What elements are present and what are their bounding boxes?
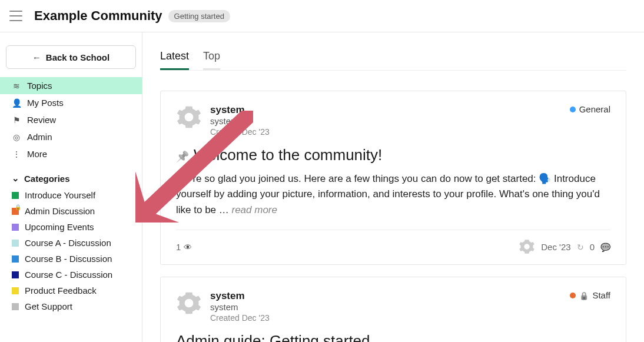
pin-icon (176, 146, 189, 164)
lock-icon (579, 290, 589, 300)
flag-icon: ⚑ (12, 115, 21, 125)
post-views: 1 (176, 242, 192, 252)
category-label: Admin Discussion (25, 206, 95, 216)
tab-latest[interactable]: Latest (160, 50, 189, 70)
category-label: Course B - Discussion (25, 254, 112, 264)
category-color-icon: 🔒 (12, 208, 19, 215)
category-upcoming-events[interactable]: Upcoming Events (0, 219, 142, 235)
history-icon (577, 242, 584, 252)
sidebar-item-label: Topics (27, 81, 52, 91)
read-more-link[interactable]: read more (232, 204, 277, 215)
category-course-b[interactable]: Course B - Discussion (0, 251, 142, 267)
post-created-date: Created Dec '23 (210, 313, 270, 323)
topic-card[interactable]: system system Created Dec '23 Staff Admi… (160, 277, 626, 342)
category-product-feedback[interactable]: Product Feedback (0, 283, 142, 298)
category-label: Upcoming Events (25, 222, 94, 232)
back-to-school-button[interactable]: Back to School (6, 45, 136, 69)
gear-avatar-icon (519, 238, 535, 255)
feed-tabs: Latest Top (160, 50, 626, 71)
menu-toggle-icon[interactable] (9, 11, 22, 21)
topic-card[interactable]: system system Created Dec '23 General We… (160, 91, 626, 265)
person-icon: 👤 (12, 98, 21, 108)
categories-header[interactable]: ⌄ Categories (0, 162, 142, 187)
sidebar-item-my-posts[interactable]: 👤 My Posts (0, 94, 142, 111)
post-category-label: General (579, 104, 610, 114)
post-category-chip[interactable]: General (570, 104, 610, 114)
category-get-support[interactable]: Get Support (0, 298, 142, 314)
gear-avatar-icon (176, 104, 202, 130)
sidebar-item-label: More (27, 149, 47, 159)
eye-icon (184, 242, 192, 252)
admin-icon: ◎ (12, 132, 21, 142)
category-dot-icon (570, 293, 576, 298)
categories-header-label: Categories (24, 174, 70, 184)
back-button-label: Back to School (46, 52, 109, 62)
post-footer-date: Dec '23 (541, 242, 570, 252)
status-badge: Getting started (168, 10, 230, 22)
gear-avatar-icon (176, 290, 202, 316)
category-color-icon (12, 303, 19, 310)
lock-icon: 🔒 (15, 204, 21, 210)
post-author-name: system (210, 290, 270, 302)
post-category-chip[interactable]: Staff (570, 290, 610, 300)
category-color-icon (12, 255, 19, 263)
sidebar-item-topics[interactable]: ≋ Topics (0, 77, 142, 94)
arrow-left-icon (32, 52, 41, 62)
reply-icon (600, 242, 610, 252)
category-dot-icon (570, 107, 576, 112)
post-title-text: Welcome to the community! (194, 146, 382, 164)
category-course-a[interactable]: Course A - Discussion (0, 235, 142, 251)
community-title: Example Community (34, 8, 162, 24)
main-content: Latest Top system system Created Dec '23 (142, 32, 644, 342)
category-label: Course C - Discussion (25, 270, 112, 280)
sidebar-item-more[interactable]: ⋮ More (0, 145, 142, 162)
post-created-date: Created Dec '23 (210, 127, 270, 137)
post-title-text: Admin guide: Getting started (176, 332, 370, 342)
sidebar: Back to School ≋ Topics 👤 My Posts ⚑ Rev… (0, 32, 142, 342)
category-color-icon (12, 287, 19, 294)
more-icon: ⋮ (12, 150, 21, 159)
category-color-icon (12, 240, 19, 247)
topics-icon: ≋ (12, 81, 21, 91)
sidebar-item-label: Review (27, 115, 56, 125)
chevron-down-icon: ⌄ (12, 173, 19, 184)
post-author-username: system (210, 302, 270, 312)
sidebar-item-review[interactable]: ⚑ Review (0, 111, 142, 128)
category-label: Introduce Yourself (25, 190, 95, 200)
category-color-icon (12, 192, 19, 199)
speaking-head-icon: 🗣️ (539, 173, 551, 184)
post-author-username: system (210, 116, 270, 126)
sidebar-item-label: Admin (27, 132, 52, 142)
post-category-label: Staff (592, 290, 610, 300)
post-reply-count: 0 (590, 242, 595, 252)
post-body: We're so glad you joined us. Here are a … (176, 171, 610, 218)
category-label: Course A - Discussion (25, 238, 111, 248)
category-introduce-yourself[interactable]: Introduce Yourself (0, 187, 142, 203)
category-course-c[interactable]: Course C - Discussion (0, 267, 142, 283)
sidebar-item-label: My Posts (27, 98, 64, 108)
category-color-icon (12, 224, 19, 231)
tab-top[interactable]: Top (203, 50, 220, 70)
sidebar-item-admin[interactable]: ◎ Admin (0, 128, 142, 145)
category-label: Get Support (25, 301, 72, 311)
category-label: Product Feedback (25, 285, 97, 295)
category-color-icon (12, 271, 19, 278)
post-author-name: system (210, 104, 270, 116)
category-admin-discussion[interactable]: 🔒 Admin Discussion (0, 203, 142, 219)
